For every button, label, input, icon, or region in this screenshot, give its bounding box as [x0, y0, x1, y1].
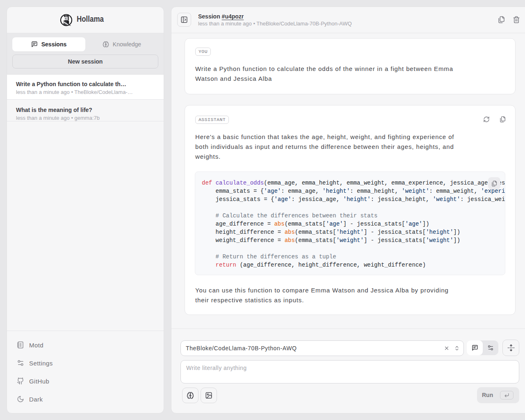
svg-text:Hollama: Hollama: [77, 14, 104, 23]
